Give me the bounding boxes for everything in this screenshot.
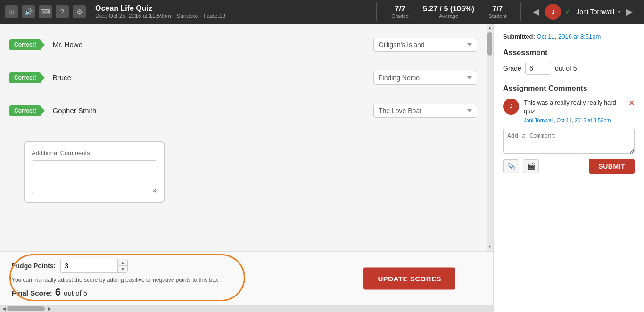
help-icon[interactable]: ? [56,5,69,18]
add-comment-textarea[interactable] [503,128,635,154]
comment-actions: 📎 🎬 SUBMIT [503,159,635,174]
media-button[interactable]: 🎬 [523,159,539,173]
header-icons: ⊞ 🔊 ⌨ ? ⚙ [5,5,86,18]
avatar: J [545,4,561,20]
next-nav-arrow[interactable]: ▶ [624,5,635,19]
table-row: Correct! Mr. Howe Gilligan's Island [0,28,487,61]
scroll-up-arrow[interactable]: ▲ [487,25,493,31]
right-panel: Submitted: Oct 11, 2016 at 8:51pm Assess… [493,24,644,312]
top-header: ⊞ 🔊 ⌨ ? ⚙ Ocean Life Quiz Due: Oct 25, 2… [0,0,644,24]
grade-input[interactable] [525,62,551,75]
comments-box: Additional Comments: [24,141,165,203]
final-score-value: 6 [55,286,61,298]
fudge-input[interactable] [61,260,117,272]
left-scrollable[interactable]: Correct! Mr. Howe Gilligan's Island Corr… [0,24,487,251]
table-row: Correct! Gopher Smith The Love Boat [0,94,487,127]
submit-comment-button[interactable]: SUBMIT [589,159,635,174]
horizontal-scroll-thumb[interactable] [7,306,45,311]
quiz-title: Ocean Life Quiz [95,4,372,13]
keyboard-icon[interactable]: ⌨ [39,5,52,18]
commenter-avatar: J [503,99,519,115]
fudge-label: Fudge Points: [12,262,56,270]
attach-file-button[interactable]: 📎 [503,159,519,173]
score-section: Fudge Points: ▲ ▼ You can manually adjus… [0,251,493,305]
fudge-spinner-up[interactable]: ▲ [118,259,127,266]
quiz-due: Due: Oct 25, 2016 at 11:59pm Sandbox - f… [95,13,372,19]
correct-badge-1: Correct! [9,39,41,50]
settings-icon[interactable]: ⚙ [73,5,86,18]
question-label-2: Bruce [48,74,373,82]
comments-label: Additional Comments: [32,149,157,156]
answer-select-2[interactable]: Finding Nemo [373,71,477,85]
stat-graded: 7/7 Graded [391,5,409,19]
comment-item: J This was a really really really hard q… [503,99,635,123]
vertical-scrollbar[interactable]: ▲ ▼ [487,24,493,251]
scroll-track [487,31,492,243]
scroll-thumb[interactable] [487,32,492,56]
answer-select-1[interactable]: Gilligan's Island [373,38,477,52]
grade-outof: out of 5 [555,65,577,72]
grade-label: Grade [503,65,521,72]
user-block: ◀ J ✓ Joni Tornwall ▾ ▶ [526,4,639,20]
fudge-spinner-down[interactable]: ▼ [118,266,127,272]
header-divider [376,2,377,21]
additional-comments-textarea[interactable] [32,160,157,193]
fudge-spinner: ▲ ▼ [117,259,127,272]
final-score-suffix: out of 5 [64,289,87,297]
user-name: Joni Tornwall [576,8,614,16]
quiz-content: Correct! Mr. Howe Gilligan's Island Corr… [0,24,487,222]
sound-icon[interactable]: 🔊 [22,5,35,18]
left-panel-wrapper: Correct! Mr. Howe Gilligan's Island Corr… [0,24,493,312]
question-label-1: Mr. Howe [48,41,373,49]
fudge-input-wrapper: ▲ ▼ [60,259,128,273]
quiz-title-block: Ocean Life Quiz Due: Oct 25, 2016 at 11:… [91,4,372,19]
answer-select-3[interactable]: The Love Boat [373,104,477,118]
comment-body: This was a really really really hard qui… [524,99,624,123]
scroll-right-arrow[interactable]: ▶ [47,306,53,311]
scroll-down-arrow[interactable]: ▼ [487,243,493,250]
grid-icon[interactable]: ⊞ [5,5,18,18]
scroll-left-arrow[interactable]: ◀ [1,306,7,311]
header-stats: 7/7 Graded 5.27 / 5 (105%) Average 7/7 S… [382,5,516,19]
update-scores-button[interactable]: UPDATE SCORES [363,268,455,290]
grade-row: Grade out of 5 [503,62,635,75]
correct-badge-2: Correct! [9,72,41,83]
assessment-title: Assessment [503,49,635,57]
main-layout: Correct! Mr. Howe Gilligan's Island Corr… [0,24,644,312]
check-icon: ✓ [565,8,570,16]
left-content-row: Correct! Mr. Howe Gilligan's Island Corr… [0,24,493,251]
comments-section: Additional Comments: [9,132,477,212]
submitted-info: Submitted: Oct 11, 2016 at 8:51pm [503,33,635,40]
table-row: Correct! Bruce Finding Nemo [0,61,487,94]
comment-close-button[interactable]: ✕ [628,99,635,123]
header-divider2 [520,2,521,21]
comment-meta: Joni Tornwall, Oct 11, 2016 at 8:52pm [524,117,624,123]
question-label-3: Gopher Smith [48,107,373,115]
stat-average: 5.27 / 5 (105%) Average [423,5,474,19]
correct-badge-3: Correct! [9,105,41,116]
user-dropdown-arrow[interactable]: ▾ [618,9,620,15]
prev-nav-arrow[interactable]: ◀ [531,5,541,19]
comment-text: This was a really really really hard qui… [524,99,624,115]
stat-student: 7/7 Student [488,5,506,19]
comments-title: Assignment Comments [503,84,635,93]
final-score-label: Final Score: [12,289,52,297]
horizontal-scrollbar[interactable]: ◀ ▶ [0,305,493,312]
